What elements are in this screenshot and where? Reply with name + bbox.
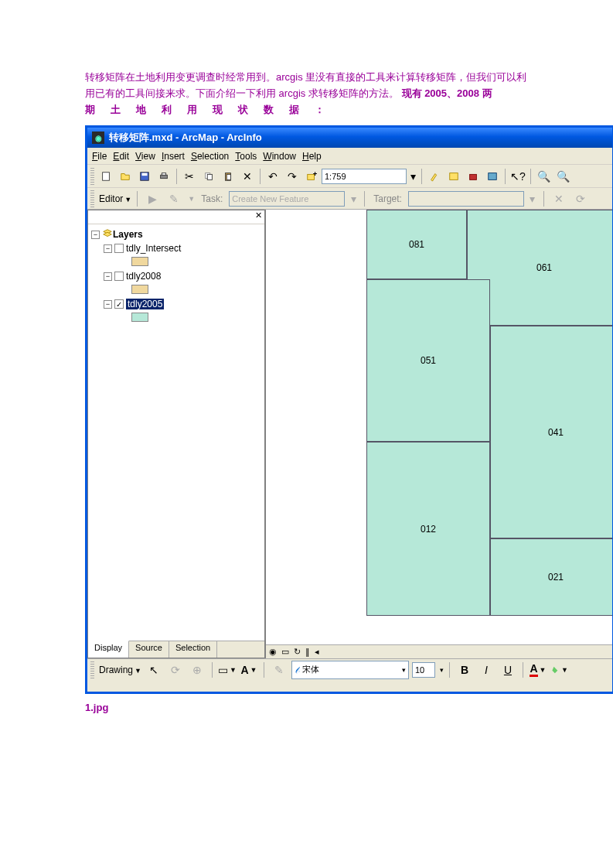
editor-toolbar: Editor▼ ▶ ✎ ▼ Task: ▾ Target: ▾ ✕ ⟳ (87, 188, 612, 210)
svg-rect-0 (103, 173, 110, 181)
layers-icon (102, 228, 113, 241)
titlebar[interactable]: ◉ 转移矩阵.mxd - ArcMap - ArcInfo (87, 128, 612, 148)
map-parcel[interactable]: 012 (366, 442, 490, 616)
font-color-button[interactable]: A▼ (529, 661, 547, 679)
layer-name[interactable]: tdly2005 (126, 299, 164, 309)
svg-rect-11 (450, 173, 458, 180)
undo-button[interactable]: ↶ (264, 167, 282, 186)
save-button[interactable] (135, 167, 154, 186)
fill-color-button[interactable]: ▼ (550, 661, 569, 679)
tree-toggle[interactable]: − (104, 272, 112, 281)
editor-menu[interactable]: Editor▼ (99, 193, 131, 204)
image-caption: 1.jpg (0, 694, 613, 713)
map-nav-bar: ◉ ▭ ↻ ‖ ◂ (266, 644, 612, 658)
toc-close-button[interactable]: ✕ (252, 210, 264, 224)
cut-button[interactable]: ✂ (180, 167, 199, 186)
arccatalog-button[interactable] (444, 167, 463, 186)
menu-file[interactable]: File (92, 151, 107, 162)
layer-symbol[interactable] (131, 313, 148, 322)
toolbar-grip[interactable] (90, 190, 94, 207)
layers-root[interactable]: Layers (113, 229, 143, 240)
menu-insert[interactable]: Insert (162, 151, 185, 162)
zoom-out-button[interactable]: 🔍 (553, 167, 572, 186)
tab-source[interactable]: Source (129, 641, 169, 658)
layer-row[interactable]: −tdly2008 (91, 269, 261, 283)
target-combo (408, 191, 524, 207)
menu-help[interactable]: Help (302, 151, 322, 162)
drawing-menu[interactable]: Drawing▼ (99, 665, 141, 675)
svg-text:+: + (313, 171, 317, 178)
main-area: ✕ − Layers −tdly_Intersect−tdly2008−✓tdl… (87, 210, 612, 658)
refresh-button[interactable]: ↻ (294, 647, 301, 657)
sketch-tool: ✎ (165, 190, 183, 208)
layer-checkbox[interactable] (114, 244, 124, 253)
add-data-button[interactable]: + (302, 167, 321, 186)
print-button[interactable] (155, 167, 173, 186)
tree-toggle[interactable]: − (104, 300, 112, 309)
layers-tree[interactable]: − Layers −tdly_Intersect−tdly2008−✓tdly2… (88, 224, 264, 641)
map-parcel[interactable]: 081 (366, 210, 467, 279)
zoom-button: ⊕ (188, 661, 206, 679)
menu-tools[interactable]: Tools (235, 151, 257, 162)
bold-button[interactable]: B (455, 661, 474, 679)
underline-button[interactable]: U (499, 661, 517, 679)
command-line-button[interactable] (483, 167, 502, 186)
help-pointer-button[interactable]: ↖? (509, 167, 527, 186)
open-button[interactable] (116, 167, 135, 186)
text-tool[interactable]: A▼ (240, 661, 258, 679)
map-parcel[interactable]: 051 (366, 279, 490, 442)
redo-button[interactable]: ↷ (283, 167, 301, 186)
delete-button[interactable]: ✕ (238, 167, 257, 186)
tree-toggle[interactable]: − (104, 244, 112, 253)
toolbar-grip[interactable] (90, 661, 94, 678)
pause-button[interactable]: ‖ (305, 647, 310, 657)
map-parcel[interactable]: 041 (490, 326, 612, 538)
layer-symbol[interactable] (131, 257, 148, 266)
paste-button[interactable] (219, 167, 237, 186)
zoom-in-button[interactable]: 🔍 (534, 167, 553, 186)
svg-rect-12 (470, 174, 477, 179)
app-icon: ◉ (92, 132, 104, 144)
rotate-button: ⟳ (166, 661, 185, 679)
menu-selection[interactable]: Selection (191, 151, 229, 162)
rotate-tool: ⟳ (571, 190, 590, 208)
drawing-toolbar: Drawing▼ ↖ ⟳ ⊕ ▭▼ A▼ ✎ 𝒪▾ ▾ B I U A▼ ▼ (87, 658, 612, 680)
standard-toolbar: ✂ ✕ ↶ ↷ + ▾ ↖? 🔍 🔍 (87, 165, 612, 188)
font-size-combo[interactable] (412, 662, 435, 678)
map-parcel[interactable]: 021 (490, 538, 612, 616)
menu-view[interactable]: View (135, 151, 155, 162)
layer-checkbox[interactable] (114, 272, 124, 281)
font-combo[interactable] (300, 662, 400, 678)
italic-button[interactable]: I (477, 661, 496, 679)
svg-rect-4 (162, 173, 165, 176)
scale-dropdown[interactable]: ▾ (407, 167, 418, 186)
rectangle-tool[interactable]: ▭▼ (218, 661, 237, 679)
editor-toolbar-button[interactable] (425, 167, 444, 186)
task-combo (229, 191, 345, 207)
svg-rect-6 (207, 174, 212, 179)
layer-row[interactable]: −tdly_Intersect (91, 241, 261, 255)
layer-symbol[interactable] (131, 285, 148, 294)
map-canvas[interactable]: 081061051041012021 ◉ ▭ ↻ ‖ ◂ (265, 210, 612, 658)
tree-toggle[interactable]: − (91, 231, 100, 239)
layer-checkbox[interactable]: ✓ (114, 299, 124, 309)
layer-row[interactable]: −✓tdly2005 (91, 297, 261, 311)
scale-input[interactable] (322, 169, 407, 184)
select-elements[interactable]: ↖ (145, 661, 163, 679)
menu-window[interactable]: Window (263, 151, 296, 162)
tab-display[interactable]: Display (88, 641, 129, 658)
data-view-button[interactable]: ◉ (269, 647, 277, 657)
tab-selection[interactable]: Selection (169, 641, 217, 658)
svg-rect-8 (226, 174, 230, 179)
menu-edit[interactable]: Edit (113, 151, 129, 162)
copy-button[interactable] (199, 167, 218, 186)
toolbar-grip[interactable] (90, 168, 94, 185)
document-intro: 转移矩阵在土地利用变更调查时经常用到。arcgis 里没有直接的工具来计算转移矩… (0, 0, 613, 125)
layer-name[interactable]: tdly_Intersect (126, 243, 181, 254)
svg-rect-13 (489, 173, 497, 180)
new-button[interactable] (97, 167, 115, 186)
arctoolbox-button[interactable] (464, 167, 482, 186)
window-title: 转移矩阵.mxd - ArcMap - ArcInfo (109, 131, 262, 145)
layout-view-button[interactable]: ▭ (281, 647, 289, 657)
layer-name[interactable]: tdly2008 (126, 271, 161, 282)
